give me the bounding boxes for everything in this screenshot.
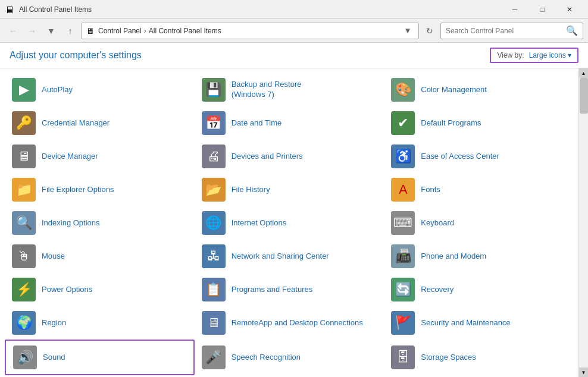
view-by-value: Large icons ▾ [529,51,571,59]
control-item-default-programs[interactable]: ✔ Default Programs [384,106,574,140]
address-icon: 🖥 [86,26,95,36]
control-item-phone-modem[interactable]: 📠 Phone and Modem [384,240,574,273]
control-item-devices-printers[interactable]: 🖨 Devices and Printers [195,140,384,173]
icon-remoteapp: 🖥 [202,311,226,335]
icon-mouse: 🖱 [12,244,36,268]
control-item-autoplay[interactable]: ▶ AutoPlay [5,73,195,106]
icon-date-time: 📅 [202,111,226,135]
label-programs-features: Programs and Features [232,285,313,295]
scrollbar[interactable]: ▲ ▼ [578,68,588,377]
icon-devices-printers: 🖨 [202,144,226,168]
recent-locations-button[interactable]: ▼ [43,23,60,39]
icon-storage-spaces: 🗄 [391,345,415,369]
label-phone-modem: Phone and Modem [421,252,486,262]
control-item-fonts[interactable]: A Fonts [384,173,574,206]
breadcrumb: Control Panel › All Control Panel Items [98,27,398,35]
control-item-file-explorer-options[interactable]: 📁 File Explorer Options [5,173,195,206]
control-item-power-options[interactable]: ⚡ Power Options [5,273,195,306]
address-dropdown-button[interactable]: ▼ [402,23,414,39]
control-item-device-manager[interactable]: 🖥 Device Manager [5,140,195,173]
label-security-maintenance: Security and Maintenance [421,318,510,328]
back-button[interactable]: ← [5,23,21,39]
control-item-network-sharing[interactable]: 🖧 Network and Sharing Center [195,240,384,273]
icon-autoplay: ▶ [12,78,36,102]
label-sound: Sound [43,353,65,363]
control-item-region[interactable]: 🌍 Region [5,306,195,340]
minimize-button[interactable]: ─ [501,0,528,19]
label-network-sharing: Network and Sharing Center [232,252,329,262]
control-item-color-management[interactable]: 🎨 Color Management [384,73,574,106]
breadcrumb-root: Control Panel [98,27,142,35]
label-mouse: Mouse [42,252,65,262]
title-bar-left: 🖥 All Control Panel Items [5,5,92,14]
control-item-recovery[interactable]: 🔄 Recovery [384,273,574,306]
control-item-security-maintenance[interactable]: 🚩 Security and Maintenance [384,306,574,340]
maximize-button[interactable]: □ [528,0,556,19]
window-title: All Control Panel Items [19,5,92,14]
refresh-button[interactable]: ↻ [421,23,438,39]
icon-security-maintenance: 🚩 [391,311,415,335]
search-input[interactable] [446,27,564,35]
breadcrumb-current: All Control Panel Items [149,27,221,35]
label-file-history: File History [232,185,270,195]
label-speech-recognition: Speech Recognition [232,353,301,363]
label-ease-access: Ease of Access Center [421,152,499,162]
items-grid: ▶ AutoPlay 💾 Backup and Restore(Windows … [0,73,578,377]
control-item-programs-features[interactable]: 📋 Programs and Features [195,273,384,306]
icon-internet-options: 🌐 [202,211,226,235]
address-bar: ← → ▼ ↑ 🖥 Control Panel › All Control Pa… [0,19,588,43]
control-item-mouse[interactable]: 🖱 Mouse [5,240,195,273]
icon-keyboard: ⌨ [391,211,415,235]
icon-file-explorer-options: 📁 [12,178,36,202]
scroll-track[interactable] [579,78,589,367]
icon-sound: 🔊 [13,345,37,369]
view-by-label: View by: [497,51,524,59]
search-box[interactable]: 🔍 [440,23,583,39]
icon-color-management: 🎨 [391,78,415,102]
icon-network-sharing: 🖧 [202,244,226,268]
icon-region: 🌍 [12,311,36,335]
control-item-storage-spaces[interactable]: 🗄 Storage Spaces [384,340,574,375]
toolbar: Adjust your computer's settings View by:… [0,43,588,68]
icon-ease-access: ♿ [391,144,415,168]
label-credential-manager: Credential Manager [42,118,110,128]
title-bar: 🖥 All Control Panel Items ─ □ ✕ [0,0,588,19]
icon-programs-features: 📋 [202,278,226,301]
control-item-internet-options[interactable]: 🌐 Internet Options [195,206,384,240]
control-item-remoteapp[interactable]: 🖥 RemoteApp and Desktop Connections [195,306,384,340]
scroll-up-button[interactable]: ▲ [579,68,589,78]
label-default-programs: Default Programs [421,118,481,128]
window-icon: 🖥 [5,5,14,14]
icon-credential-manager: 🔑 [12,111,36,135]
scroll-down-button[interactable]: ▼ [579,367,589,377]
control-item-sound[interactable]: 🔊 Sound [5,340,195,375]
control-item-file-history[interactable]: 📂 File History [195,173,384,206]
scroll-thumb[interactable] [580,78,588,114]
icon-fonts: A [391,178,415,202]
forward-button[interactable]: → [24,23,40,39]
label-remoteapp: RemoteApp and Desktop Connections [232,318,363,328]
control-item-keyboard[interactable]: ⌨ Keyboard [384,206,574,240]
label-recovery: Recovery [421,285,453,295]
icon-phone-modem: 📠 [391,244,415,268]
close-button[interactable]: ✕ [556,0,583,19]
control-item-backup-restore[interactable]: 💾 Backup and Restore(Windows 7) [195,73,384,106]
control-item-credential-manager[interactable]: 🔑 Credential Manager [5,106,195,140]
label-region: Region [42,318,66,328]
address-field[interactable]: 🖥 Control Panel › All Control Panel Item… [81,23,419,39]
label-autoplay: AutoPlay [42,85,73,95]
control-item-date-time[interactable]: 📅 Date and Time [195,106,384,140]
title-bar-controls: ─ □ ✕ [501,0,583,19]
up-button[interactable]: ↑ [62,23,79,39]
control-item-indexing-options[interactable]: 🔍 Indexing Options [5,206,195,240]
control-item-speech-recognition[interactable]: 🎤 Speech Recognition [195,340,384,375]
label-devices-printers: Devices and Printers [232,152,303,162]
label-storage-spaces: Storage Spaces [421,353,476,363]
control-item-ease-access[interactable]: ♿ Ease of Access Center [384,140,574,173]
view-by-control[interactable]: View by: Large icons ▾ [490,48,578,63]
search-icon: 🔍 [566,25,578,36]
breadcrumb-separator: › [144,27,146,35]
icon-default-programs: ✔ [391,111,415,135]
label-internet-options: Internet Options [232,218,287,228]
label-indexing-options: Indexing Options [42,218,100,228]
